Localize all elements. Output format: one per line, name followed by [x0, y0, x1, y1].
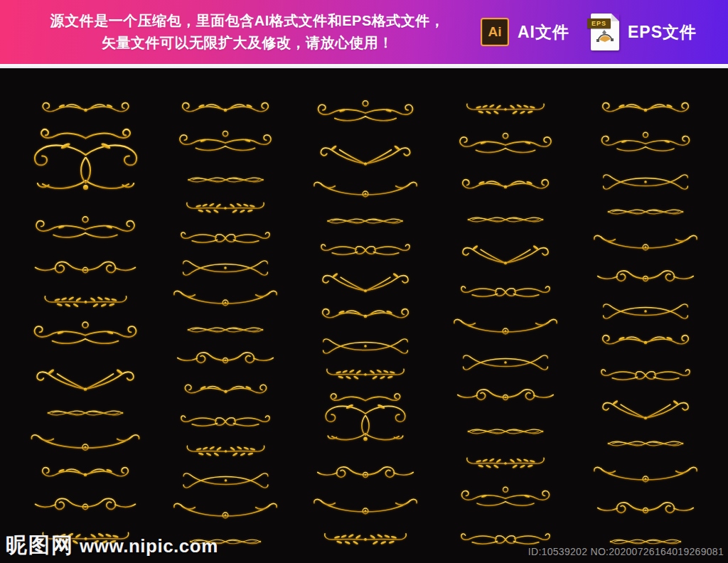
- ornament-scroll: [164, 379, 288, 404]
- nipic-logo: 昵图网: [6, 531, 74, 560]
- promo-banner: 源文件是一个压缩包，里面包含AI格式文件和EPS格式文件， 矢量文件可以无限扩大…: [0, 0, 728, 64]
- ornament-garland: [162, 497, 289, 527]
- ornament-garland: [582, 229, 709, 259]
- ornament-leafy: [302, 362, 429, 387]
- bezier-pen-icon: [596, 29, 614, 45]
- ornament-knot: [25, 401, 146, 425]
- ornament-crown: [301, 97, 429, 135]
- ornament-crossed: [583, 169, 708, 195]
- eps-file-label: EPS文件: [628, 21, 697, 43]
- ornament-spiralpair: [301, 460, 429, 490]
- banner-line2: 矢量文件可以无限扩大及修改，请放心使用！: [34, 32, 461, 54]
- ornament-leafy: [443, 451, 568, 476]
- ornament-spiralpair: [441, 382, 569, 412]
- image-id-text: ID:10539202 NO:20200726164019269081: [528, 546, 724, 557]
- ornament-infinity: [301, 237, 429, 264]
- ornament-vwing: [582, 394, 709, 427]
- ornament-vwing: [302, 267, 429, 299]
- ornament-leafy: [23, 289, 148, 316]
- watermark: 昵图网 www.nipic.com: [6, 531, 218, 560]
- ornament-knot: [584, 431, 707, 456]
- ornament-knot: [164, 168, 288, 192]
- ornament-scroll: [582, 97, 709, 124]
- ornament-column: [301, 97, 430, 553]
- ornament-garland: [442, 313, 569, 343]
- ornament-spiralpair: [582, 264, 710, 294]
- ornament-scroll: [23, 97, 148, 124]
- ornament-knot: [303, 209, 427, 233]
- ornament-leafy: [303, 526, 428, 553]
- ornament-column: [161, 97, 290, 553]
- banner-text: 源文件是一个压缩包，里面包含AI格式文件和EPS格式文件， 矢量文件可以无限扩大…: [34, 10, 461, 54]
- ornament-leafy: [164, 439, 288, 464]
- ornament-column: [21, 97, 150, 553]
- ornament-leafy: [162, 195, 289, 221]
- format-badges: Ai AI文件 EPS EPS文件: [481, 14, 728, 50]
- ornament-crossed: [443, 350, 568, 375]
- preview-canvas: 昵图网 www.nipic.com ID:10539202 NO:2020072…: [0, 68, 728, 563]
- ornament-garland: [22, 428, 149, 459]
- ornament-column: [441, 97, 569, 553]
- ornament-spiralpair: [21, 254, 149, 286]
- ai-file-icon: Ai: [481, 18, 509, 46]
- ornament-crossed: [164, 468, 288, 493]
- ornament-garland: [162, 284, 289, 314]
- eps-file-badge: EPS EPS文件: [591, 14, 697, 50]
- ornament-crown: [21, 213, 149, 252]
- ornament-gallery: [0, 68, 728, 563]
- ornament-knot: [444, 419, 567, 444]
- ornament-infinity: [162, 408, 289, 435]
- ornament-spiralpair: [22, 491, 149, 522]
- ornament-vwing: [442, 239, 569, 272]
- ornament-infinity: [161, 225, 289, 252]
- ornament-scroll: [583, 329, 708, 356]
- ornament-crown: [582, 129, 709, 164]
- eps-file-icon: EPS: [591, 14, 619, 50]
- ornament-crossed: [162, 255, 289, 281]
- page: 源文件是一个压缩包，里面包含AI格式文件和EPS格式文件， 矢量文件可以无限扩大…: [0, 0, 728, 563]
- ornament-scroll: [302, 303, 429, 330]
- ornament-crown: [442, 483, 569, 519]
- ornament-scroll: [442, 173, 569, 200]
- ornament-knot: [444, 208, 567, 232]
- ornament-leafy: [442, 97, 569, 122]
- ornament-crown: [162, 127, 289, 164]
- ornament-knot: [164, 318, 287, 342]
- nipic-url: www.nipic.com: [80, 535, 218, 557]
- banner-line1: 源文件是一个压缩包，里面包含AI格式文件和EPS格式文件，: [34, 10, 461, 32]
- ornament-vwing: [301, 139, 429, 173]
- ornament-garland: [302, 493, 429, 522]
- ornament-garland: [301, 176, 429, 205]
- ornament-knot: [584, 200, 707, 224]
- ornament-bigcrest: [301, 391, 429, 456]
- ornament-scroll: [24, 461, 146, 488]
- ornament-bigcrest: [20, 126, 151, 210]
- ai-icon-text: Ai: [488, 24, 502, 40]
- ai-file-badge: Ai AI文件: [481, 18, 569, 46]
- ornament-infinity: [441, 279, 569, 306]
- ornament-scroll: [161, 97, 289, 124]
- ornament-spiralpair: [582, 495, 709, 525]
- ornament-crossed: [584, 299, 707, 324]
- page-fold-icon: [611, 14, 619, 21]
- ai-file-label: AI文件: [518, 21, 569, 43]
- ornament-garland: [583, 461, 708, 490]
- ornament-column: [581, 97, 710, 553]
- ornament-crown: [21, 318, 150, 359]
- ornament-infinity: [582, 362, 709, 389]
- eps-tag: EPS: [587, 18, 611, 28]
- ornament-spiralpair: [161, 345, 289, 375]
- ornament-crossed: [303, 333, 428, 359]
- ornament-vwing: [21, 362, 149, 399]
- ornament-crown: [441, 129, 569, 166]
